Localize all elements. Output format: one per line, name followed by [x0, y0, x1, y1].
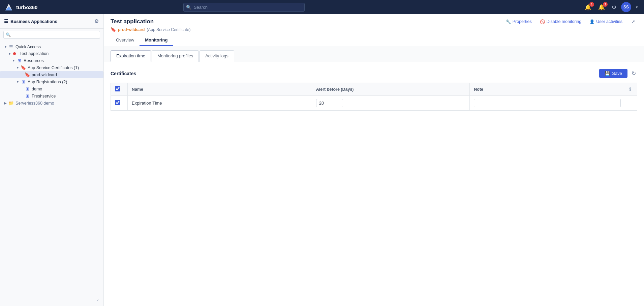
col-header-note: Note [470, 83, 625, 96]
sidebar-table-icon: ☰ [4, 19, 8, 24]
col-header-check [111, 83, 128, 96]
header-actions: 🔧 Properties 🚫 Disable monitoring 👤 User… [504, 18, 637, 26]
table-header-row: Name Alert before (Days) Note ℹ [111, 83, 637, 96]
turbo360-logo-icon [4, 2, 13, 12]
user-activities-button[interactable]: 👤 User activities [588, 19, 624, 25]
chevron-down-icon: ▾ [11, 59, 16, 62]
sidebar-item-label: Resources [24, 58, 101, 63]
row-alert-cell [312, 96, 470, 111]
sidebar-settings-button[interactable]: ⚙ [94, 18, 99, 25]
subtab-activity-logs[interactable]: Activity logs [200, 50, 234, 62]
sidebar-title: ☰ Business Applications [4, 19, 57, 24]
share-icon-button[interactable]: ⤢ [629, 18, 637, 26]
row-name: Expiration Time [132, 101, 162, 106]
col-header-alert-before: Alert before (Days) [312, 83, 470, 96]
refresh-icon: ↻ [632, 71, 636, 76]
chevron-down-icon: ▾ [15, 66, 20, 69]
subtab-bar: Expiration time Monitoring profiles Acti… [104, 46, 644, 62]
dropdown-chevron[interactable]: ▾ [634, 4, 640, 11]
sidebar-item-serverless360-demo[interactable]: ▶ 📁 Serverless360 demo [0, 100, 103, 107]
sidebar-item-demo[interactable]: ⊞ demo [0, 85, 103, 92]
cert-icon: 🔖 [20, 65, 26, 70]
sidebar-item-resources[interactable]: ▾ ⊞ Resources [0, 57, 103, 64]
sidebar-item-app-service-certificates[interactable]: ▾ 🔖 App Service Certificates (1) [0, 64, 103, 71]
sidebar-item-label: App Service Certificates (1) [28, 65, 101, 70]
sidebar-collapse-button[interactable]: ‹ [97, 297, 99, 303]
select-all-checkbox[interactable] [115, 86, 120, 91]
disable-monitoring-label: Disable monitoring [547, 19, 582, 24]
properties-button[interactable]: 🔧 Properties [504, 19, 533, 25]
freshservice-icon: ⊞ [24, 93, 30, 99]
user-activities-label: User activities [596, 19, 622, 24]
sidebar-item-prod-wildcard[interactable]: 🔖 prod-wildcard [0, 71, 103, 78]
save-icon: 💾 [605, 71, 610, 76]
col-header-name: Name [128, 83, 312, 96]
sidebar-bottom: ‹ [0, 294, 103, 306]
sidebar-search-input[interactable] [3, 31, 100, 39]
sidebar-item-label: demo [32, 87, 101, 91]
sidebar-item-freshservice[interactable]: ⊞ Freshservice [0, 92, 103, 100]
main-layout: ☰ Business Applications ⚙ 🔍 ▾ ☰ Quick Ac… [0, 14, 644, 306]
tab-overview[interactable]: Overview [111, 35, 140, 46]
prod-wildcard-icon: 🔖 [24, 72, 30, 77]
chevron-right-icon: ▶ [3, 101, 8, 105]
sidebar-item-label: Quick Access [16, 45, 101, 49]
disable-monitoring-button[interactable]: 🚫 Disable monitoring [539, 19, 583, 25]
subtab-activity-logs-label: Activity logs [205, 53, 228, 58]
chevron-down-icon: ▾ [15, 80, 20, 84]
sidebar: ☰ Business Applications ⚙ 🔍 ▾ ☰ Quick Ac… [0, 14, 104, 306]
subtab-monitoring-profiles[interactable]: Monitoring profiles [152, 50, 199, 62]
topnav-actions: 🔔 1 🔔 3 ⚙ SS ▾ [583, 2, 640, 12]
user-activities-icon: 👤 [589, 19, 595, 24]
avatar-button[interactable]: SS [621, 2, 631, 12]
refresh-button[interactable]: ↻ [630, 69, 637, 78]
content-header: Test application 🔧 Properties 🚫 Disable … [104, 14, 644, 46]
sidebar-item-quick-access[interactable]: ▾ ☰ Quick Access [0, 43, 103, 50]
section-title: Certificates [111, 71, 136, 76]
section-header: Certificates 💾 Save ↻ [111, 69, 637, 78]
quick-access-icon: ☰ [8, 44, 14, 49]
tab-overview-label: Overview [116, 37, 134, 43]
note-input[interactable] [474, 99, 621, 107]
properties-icon: 🔧 [506, 19, 511, 24]
sidebar-item-app-registrations[interactable]: ▾ ⊞ App Registrations (2) [0, 78, 103, 85]
app-logo[interactable]: turbo360 [4, 2, 37, 12]
row-checkbox[interactable] [115, 100, 120, 105]
notifications-button[interactable]: 🔔 1 [583, 3, 593, 12]
sidebar-item-label: prod-wildcard [32, 73, 101, 77]
subtab-expiration-time-label: Expiration time [116, 53, 145, 58]
breadcrumb-type: (App Service Certificate) [147, 27, 190, 32]
save-button[interactable]: 💾 Save [599, 69, 627, 78]
chevron-down-icon: ▾ [3, 45, 8, 49]
sidebar-item-label: Test application [20, 51, 101, 56]
sidebar-title-label: Business Applications [10, 19, 57, 24]
sidebar-item-label: App Registrations (2) [28, 80, 101, 84]
resources-icon: ⊞ [16, 58, 22, 63]
sidebar-item-label: Freshservice [32, 94, 101, 99]
save-button-label: Save [612, 71, 622, 76]
subtab-expiration-time[interactable]: Expiration time [111, 50, 151, 62]
row-checkbox-cell [111, 96, 128, 111]
tab-monitoring[interactable]: Monitoring [140, 35, 173, 46]
col-header-info: ℹ [625, 83, 637, 96]
cert-breadcrumb-icon: 🔖 [111, 27, 116, 32]
content-area: Test application 🔧 Properties 🚫 Disable … [104, 14, 644, 306]
row-info-cell [625, 96, 637, 111]
demo-icon: ⊞ [24, 86, 30, 91]
settings-button[interactable]: ⚙ [610, 3, 618, 12]
alert-before-input[interactable] [316, 99, 343, 107]
app-name: turbo360 [16, 4, 37, 10]
sidebar-header: ☰ Business Applications ⚙ [0, 14, 103, 29]
alerts-button[interactable]: 🔔 3 [596, 3, 607, 12]
row-note-cell [470, 96, 625, 111]
info-icon[interactable]: ℹ [629, 87, 631, 92]
breadcrumb: 🔖 prod-wildcard (App Service Certificate… [111, 27, 637, 32]
main-content: Certificates 💾 Save ↻ [104, 62, 644, 306]
search-input[interactable] [183, 3, 305, 12]
sidebar-search-container: 🔍 [0, 29, 103, 41]
sidebar-item-test-application[interactable]: ▾ Test application [0, 50, 103, 57]
notifications-badge: 1 [589, 2, 594, 7]
app-reg-icon: ⊞ [20, 79, 26, 84]
sidebar-tree: ▾ ☰ Quick Access ▾ Test application ▾ ⊞ … [0, 41, 103, 294]
breadcrumb-link[interactable]: prod-wildcard [118, 27, 145, 32]
